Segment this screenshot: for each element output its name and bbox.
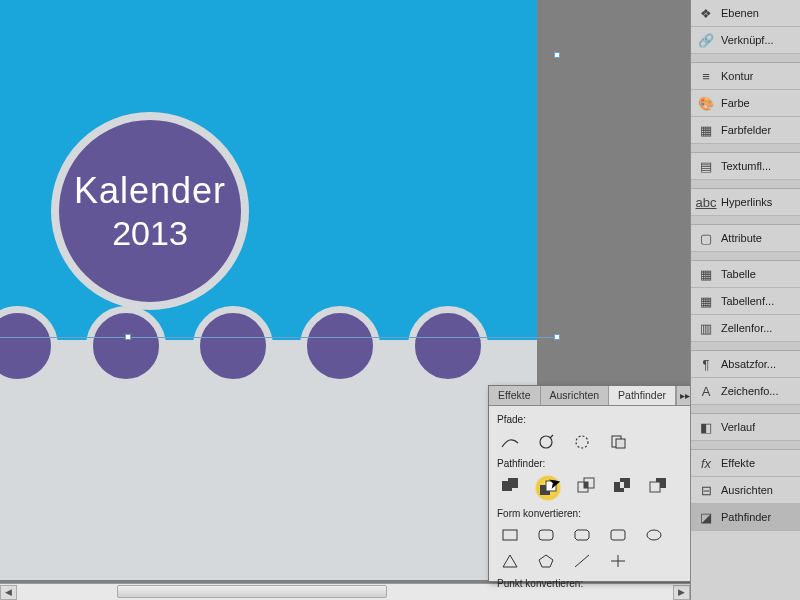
panel-separator [691,441,800,450]
svg-point-18 [647,530,661,540]
panel-separator [691,180,800,189]
panel-ebenen[interactable]: ❖Ebenen [691,0,800,27]
panel-effekte[interactable]: fxEffekte [691,450,800,477]
panel-label: Pathfinder [721,511,771,523]
shape-triangle-icon[interactable] [499,551,521,571]
shape-rect-icon[interactable] [499,525,521,545]
selection-handle[interactable] [125,334,131,340]
panel-label: Absatzfor... [721,358,776,370]
panel-attribute[interactable]: ▢Attribute [691,225,800,252]
gradient-icon: ◧ [697,419,715,435]
panel-label: Farbe [721,97,750,109]
panel-separator [691,252,800,261]
path-join-icon[interactable] [499,431,521,451]
svg-rect-5 [508,478,518,488]
panel-label: Tabellenf... [721,295,774,307]
panel-tabs: Effekte Ausrichten Pathfinder ▸▸ [489,386,693,406]
pathfinder-subtract-icon[interactable] [535,475,561,501]
color-icon: 🎨 [697,95,715,111]
hyperlinks-icon: abc [697,194,715,210]
panel-separator [691,216,800,225]
point-plain-icon[interactable] [499,595,521,600]
panel-verlauf[interactable]: ◧Verlauf [691,414,800,441]
table-icon: ▦ [697,266,715,282]
selection-handle[interactable] [554,334,560,340]
decor-circle-3[interactable] [193,306,273,386]
effects-icon: fx [697,455,715,471]
shape-polygon-icon[interactable] [535,551,557,571]
panel-textumfluss[interactable]: ▤Textumfl... [691,153,800,180]
svg-rect-10 [584,482,588,488]
panel-hyperlinks[interactable]: abcHyperlinks [691,189,800,216]
selection-edge [0,337,560,338]
svg-point-1 [576,436,588,448]
pathfinder-minus-back-icon[interactable] [647,475,669,495]
parastyles-icon: ¶ [697,356,715,372]
panel-absatzformate[interactable]: ¶Absatzfor... [691,351,800,378]
panel-label: Zeichenfo... [721,385,778,397]
title-circle[interactable]: Kalender 2013 [51,112,249,310]
panel-ausrichten[interactable]: ⊟Ausrichten [691,477,800,504]
title-text-1: Kalender [74,170,226,212]
scroll-thumb[interactable] [117,585,387,598]
decor-circle-2[interactable] [86,306,166,386]
panel-separator [691,342,800,351]
svg-line-19 [575,555,589,567]
panel-label: Verlauf [721,421,755,433]
stroke-icon: ≡ [697,68,715,84]
side-dock: ❖Ebenen 🔗Verknüpf... ≡Kontur 🎨Farbe ▦Far… [690,0,800,600]
panel-label: Effekte [721,457,755,469]
panel-tabellenformate[interactable]: ▦Tabellenf... [691,288,800,315]
path-open-icon[interactable] [535,431,557,451]
shape-bevelrect-icon[interactable] [571,525,593,545]
panel-kontur[interactable]: ≡Kontur [691,63,800,90]
panel-farbfelder[interactable]: ▦Farbfelder [691,117,800,144]
svg-rect-3 [616,439,625,448]
charstyles-icon: A [697,383,715,399]
svg-rect-15 [650,482,660,492]
panel-zeichenformate[interactable]: AZeichenfo... [691,378,800,405]
point-corner-icon[interactable] [535,595,557,600]
title-text-2: 2013 [112,214,188,253]
links-icon: 🔗 [697,32,715,48]
panel-label: Farbfelder [721,124,771,136]
selection-handle[interactable] [554,52,560,58]
panel-separator [691,54,800,63]
svg-rect-7 [546,481,556,491]
path-reverse-icon[interactable] [607,431,629,451]
pathfinder-intersect-icon[interactable] [575,475,597,495]
panel-label: Textumfl... [721,160,771,172]
shape-roundrect-icon[interactable] [535,525,557,545]
panel-verknuepfungen[interactable]: 🔗Verknüpf... [691,27,800,54]
align-icon: ⊟ [697,482,715,498]
panel-tabelle[interactable]: ▦Tabelle [691,261,800,288]
point-smooth-icon[interactable] [571,595,593,600]
decor-circle-5[interactable] [408,306,488,386]
path-close-icon[interactable] [571,431,593,451]
tab-pathfinder[interactable]: Pathfinder [609,386,676,405]
point-symmetrical-icon[interactable] [607,595,629,600]
artboard[interactable]: Kalender 2013 [0,0,537,580]
cellstyles-icon: ▥ [697,320,715,336]
tab-ausrichten[interactable]: Ausrichten [541,386,610,405]
panel-pathfinder[interactable]: ◪Pathfinder [691,504,800,531]
shape-inverserect-icon[interactable] [607,525,629,545]
textwrap-icon: ▤ [697,158,715,174]
shape-line-icon[interactable] [571,551,593,571]
decor-circle-4[interactable] [300,306,380,386]
pathfinder-exclude-icon[interactable] [611,475,633,495]
section-paths-label: Pfade: [497,414,685,425]
pathfinder-add-icon[interactable] [499,475,521,495]
tab-effekte[interactable]: Effekte [489,386,541,405]
pathfinder-icon: ◪ [697,509,715,525]
shape-orthogonal-icon[interactable] [607,551,629,571]
svg-rect-17 [539,530,553,540]
panel-farbe[interactable]: 🎨Farbe [691,90,800,117]
panel-zellenformate[interactable]: ▥Zellenfor... [691,315,800,342]
pathfinder-panel[interactable]: Effekte Ausrichten Pathfinder ▸▸ Pfade: … [488,385,694,582]
panel-label: Verknüpf... [721,34,774,46]
scroll-left-icon[interactable]: ◀ [0,585,17,600]
shape-ellipse-icon[interactable] [643,525,665,545]
panel-label: Hyperlinks [721,196,772,208]
tablestyles-icon: ▦ [697,293,715,309]
